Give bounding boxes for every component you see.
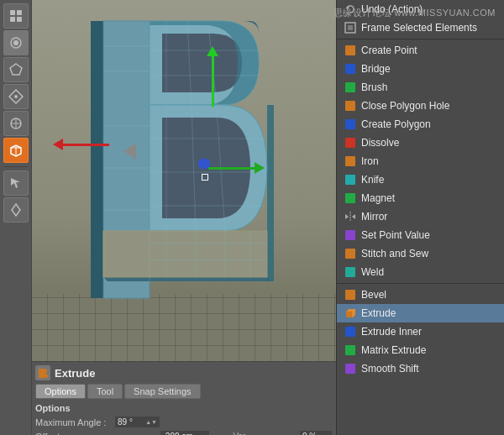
- menu-label-dissolve: Dissolve: [361, 137, 399, 149]
- field-label-offset: Offset: [35, 432, 111, 436]
- menu-icon-create-point: [344, 44, 357, 57]
- menu-item-brush[interactable]: Brush: [337, 78, 504, 97]
- field-row-maxangle: Maximum Angle : 89 ° ▲▼: [35, 416, 333, 428]
- menu-label-extrude-inner: Extrude Inner: [361, 326, 422, 338]
- left-toolbar: [0, 0, 32, 435]
- panel-title: Extrude: [55, 367, 95, 380]
- menu-item-close-polygon[interactable]: Close Polygon Hole: [337, 97, 504, 115]
- watermark: 思缘设计论坛 www.MISSYUAN.COM: [333, 7, 496, 19]
- context-menu-arrow: [123, 143, 136, 160]
- b-letter-3d: [57, 4, 318, 323]
- menu-icon-close-polygon: [344, 99, 357, 113]
- panel-options-label: Options: [35, 403, 333, 413]
- menu-icon-weld: [344, 265, 357, 279]
- viewport[interactable]: [32, 0, 336, 361]
- menu-icon-bridge: [344, 62, 357, 76]
- field-value-maxangle[interactable]: 89 ° ▲▼: [114, 416, 160, 428]
- menu-item-knife[interactable]: Knife: [337, 170, 504, 189]
- menu-sep-1: [337, 39, 504, 39]
- menu-item-stitch-sew[interactable]: Stitch and Sew: [337, 244, 504, 263]
- field-row-offset: Offset -200 cm ▲▼ Var. 0 %: [35, 430, 333, 435]
- toolbar-sep: [4, 166, 28, 167]
- menu-item-bridge[interactable]: Bridge: [337, 60, 504, 78]
- menu-label-create-point: Create Point: [361, 45, 417, 56]
- gizmo-z-arrow[interactable]: [208, 162, 265, 174]
- gizmo-x-arrowhead: [53, 139, 63, 150]
- menu-label-brush: Brush: [361, 81, 387, 93]
- menu-item-extrude-inner[interactable]: Extrude Inner: [337, 322, 504, 341]
- menu-item-iron[interactable]: Iron: [337, 152, 504, 170]
- gizmo-x-arrow[interactable]: [53, 139, 109, 150]
- menu-icon-dissolve: [344, 136, 357, 149]
- gizmo-x-line: [63, 144, 109, 146]
- menu-label-magnet: Magnet: [361, 192, 395, 204]
- menu-label-set-point: Set Point Value: [361, 229, 430, 241]
- menu-icon-brush: [344, 81, 357, 94]
- viewport-bg: [32, 0, 336, 361]
- menu-label-bridge: Bridge: [361, 63, 391, 75]
- panel-icon: [35, 365, 50, 380]
- menu-item-extrude[interactable]: Extrude: [337, 304, 504, 322]
- svg-marker-6: [10, 64, 22, 75]
- gizmo-y-arrowhead: [207, 46, 218, 56]
- menu-item-dissolve[interactable]: Dissolve: [337, 134, 504, 152]
- menu-item-mirror[interactable]: Mirror: [337, 207, 504, 226]
- svg-point-8: [14, 95, 18, 98]
- toolbar-tool-icon[interactable]: [3, 197, 29, 223]
- menu-label-mirror: Mirror: [361, 211, 387, 223]
- svg-rect-21: [103, 231, 267, 277]
- menu-item-weld[interactable]: Weld: [337, 263, 504, 281]
- tab-tool[interactable]: Tool: [87, 384, 123, 399]
- svg-rect-2: [10, 17, 15, 22]
- toolbar-view-icon[interactable]: [3, 30, 29, 55]
- menu-item-create-point[interactable]: Create Point: [337, 41, 504, 60]
- menu-label-stitch-sew: Stitch and Sew: [361, 248, 428, 259]
- gizmo-control-square[interactable]: [202, 174, 208, 181]
- menu-icon-smooth-shift: [344, 362, 357, 375]
- gizmo-z-line: [208, 167, 255, 170]
- menu-icon-set-point: [344, 228, 357, 242]
- menu-label-extrude: Extrude: [361, 307, 396, 319]
- menu-item-bevel[interactable]: Bevel: [337, 286, 504, 304]
- toolbar-select-icon[interactable]: [3, 84, 29, 109]
- panel-tabs: Options Tool Snap Settings: [35, 384, 333, 399]
- svg-rect-18: [91, 21, 103, 298]
- menu-sep-2: [337, 283, 504, 284]
- svg-rect-17: [267, 105, 274, 281]
- field-value-offset[interactable]: -200 cm ▲▼: [160, 430, 210, 435]
- svg-rect-46: [348, 25, 353, 30]
- tab-options[interactable]: Options: [35, 384, 86, 399]
- bottom-panel: Extrude Options Tool Snap Settings Optio…: [32, 361, 336, 435]
- menu-label-close-polygon: Close Polygon Hole: [361, 100, 449, 112]
- toolbar-arrow-icon[interactable]: [3, 170, 29, 196]
- toolbar-mode-icon[interactable]: [3, 3, 29, 29]
- menu-item-magnet[interactable]: Magnet: [337, 189, 504, 207]
- gizmo-z-arrowhead: [255, 162, 265, 174]
- menu-item-matrix-extrude[interactable]: Matrix Extrude: [337, 341, 504, 359]
- tab-snap-settings[interactable]: Snap Settings: [124, 384, 201, 399]
- toolbar-box-icon[interactable]: [3, 138, 29, 163]
- menu-icon-matrix-extrude: [344, 343, 357, 357]
- context-menu: Undo (Action) Frame Selected Elements Cr…: [336, 0, 504, 435]
- menu-label-frame-selected: Frame Selected Elements: [361, 22, 477, 34]
- gizmo-y-arrow[interactable]: [207, 46, 218, 107]
- menu-item-frame-selected[interactable]: Frame Selected Elements: [337, 18, 504, 37]
- svg-rect-44: [39, 369, 41, 378]
- menu-icon-frame: [344, 21, 357, 34]
- menu-item-set-point[interactable]: Set Point Value: [337, 226, 504, 244]
- menu-item-smooth-shift[interactable]: Smooth Shift: [337, 359, 504, 378]
- menu-label-matrix-extrude: Matrix Extrude: [361, 344, 426, 356]
- panel-title-row: Extrude: [35, 365, 333, 380]
- svg-rect-1: [17, 10, 22, 15]
- menu-icon-iron: [344, 155, 357, 168]
- svg-point-5: [13, 40, 18, 45]
- menu-label-bevel: Bevel: [361, 289, 386, 301]
- menu-icon-extrude: [344, 307, 357, 320]
- menu-item-create-polygon[interactable]: Create Polygon: [337, 115, 504, 134]
- menu-label-knife: Knife: [361, 174, 384, 186]
- menu-icon-magnet: [344, 191, 357, 205]
- toolbar-transform-icon[interactable]: [3, 111, 29, 136]
- toolbar-poly-icon[interactable]: [3, 57, 29, 82]
- field-label-maxangle: Maximum Angle :: [35, 417, 111, 427]
- field-value-var-offset[interactable]: 0 %: [299, 430, 333, 435]
